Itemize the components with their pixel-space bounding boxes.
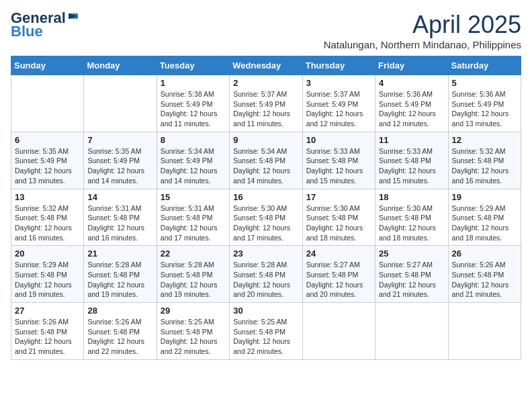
day-header-friday: Friday [375, 56, 448, 75]
calendar-cell: 5 Sunrise: 5:36 AMSunset: 5:49 PMDayligh… [448, 75, 521, 132]
calendar-cell: 14 Sunrise: 5:31 AMSunset: 5:48 PMDaylig… [84, 189, 157, 246]
day-info: Sunrise: 5:35 AMSunset: 5:49 PMDaylight:… [15, 146, 80, 186]
day-number: 1 [161, 78, 226, 88]
day-info: Sunrise: 5:32 AMSunset: 5:48 PMDaylight:… [15, 203, 80, 243]
day-number: 21 [87, 248, 152, 259]
calendar-table: SundayMondayTuesdayWednesdayThursdayFrid… [11, 56, 521, 360]
day-number: 9 [233, 135, 298, 145]
calendar-cell: 22 Sunrise: 5:28 AMSunset: 5:48 PMDaylig… [157, 246, 229, 303]
day-info: Sunrise: 5:30 AMSunset: 5:48 PMDaylight:… [379, 203, 444, 243]
day-header-saturday: Saturday [448, 56, 521, 75]
day-number: 24 [306, 248, 371, 259]
calendar-cell: 15 Sunrise: 5:31 AMSunset: 5:48 PMDaylig… [157, 189, 229, 246]
logo: General Blue [11, 11, 79, 39]
calendar-cell: 13 Sunrise: 5:32 AMSunset: 5:48 PMDaylig… [11, 189, 84, 246]
calendar-cell: 28 Sunrise: 5:26 AMSunset: 5:48 PMDaylig… [84, 303, 157, 360]
day-number: 10 [306, 135, 371, 145]
calendar-cell: 23 Sunrise: 5:28 AMSunset: 5:48 PMDaylig… [230, 246, 302, 303]
day-number: 5 [452, 78, 517, 88]
logo-blue: Blue [11, 24, 43, 39]
day-number: 23 [233, 248, 298, 259]
calendar-cell: 10 Sunrise: 5:33 AMSunset: 5:48 PMDaylig… [302, 132, 375, 189]
calendar-cell: 12 Sunrise: 5:32 AMSunset: 5:48 PMDaylig… [448, 132, 521, 189]
calendar-cell [375, 303, 448, 360]
logo-flag-icon [67, 12, 79, 24]
day-number: 2 [233, 78, 298, 88]
day-info: Sunrise: 5:33 AMSunset: 5:48 PMDaylight:… [306, 146, 371, 186]
day-header-wednesday: Wednesday [230, 56, 302, 75]
day-header-tuesday: Tuesday [157, 56, 229, 75]
calendar-cell: 30 Sunrise: 5:25 AMSunset: 5:48 PMDaylig… [230, 303, 302, 360]
calendar-week-row: 6 Sunrise: 5:35 AMSunset: 5:49 PMDayligh… [11, 132, 521, 189]
day-info: Sunrise: 5:25 AMSunset: 5:48 PMDaylight:… [161, 317, 226, 357]
day-info: Sunrise: 5:36 AMSunset: 5:49 PMDaylight:… [379, 89, 444, 129]
day-info: Sunrise: 5:28 AMSunset: 5:48 PMDaylight:… [87, 260, 152, 300]
day-info: Sunrise: 5:26 AMSunset: 5:48 PMDaylight:… [15, 317, 80, 357]
calendar-week-row: 20 Sunrise: 5:29 AMSunset: 5:48 PMDaylig… [11, 246, 521, 303]
day-number: 8 [161, 135, 226, 145]
calendar-week-row: 27 Sunrise: 5:26 AMSunset: 5:48 PMDaylig… [11, 303, 521, 360]
calendar-cell: 19 Sunrise: 5:29 AMSunset: 5:48 PMDaylig… [448, 189, 521, 246]
day-number: 18 [379, 192, 444, 202]
day-info: Sunrise: 5:27 AMSunset: 5:48 PMDaylight:… [306, 260, 371, 300]
calendar-cell: 9 Sunrise: 5:34 AMSunset: 5:48 PMDayligh… [230, 132, 302, 189]
day-info: Sunrise: 5:26 AMSunset: 5:48 PMDaylight:… [452, 260, 517, 300]
day-info: Sunrise: 5:35 AMSunset: 5:49 PMDaylight:… [87, 146, 152, 186]
day-info: Sunrise: 5:34 AMSunset: 5:48 PMDaylight:… [233, 146, 298, 186]
day-info: Sunrise: 5:29 AMSunset: 5:48 PMDaylight:… [452, 203, 517, 243]
day-info: Sunrise: 5:31 AMSunset: 5:48 PMDaylight:… [161, 203, 226, 243]
day-number: 3 [306, 78, 371, 88]
day-info: Sunrise: 5:26 AMSunset: 5:48 PMDaylight:… [87, 317, 152, 357]
day-number: 29 [161, 306, 226, 316]
calendar-header-row: SundayMondayTuesdayWednesdayThursdayFrid… [11, 56, 521, 75]
day-number: 28 [87, 306, 152, 316]
subtitle: Natalungan, Northern Mindanao, Philippin… [324, 39, 521, 50]
calendar-cell: 29 Sunrise: 5:25 AMSunset: 5:48 PMDaylig… [157, 303, 229, 360]
day-number: 15 [161, 192, 226, 202]
calendar-cell: 7 Sunrise: 5:35 AMSunset: 5:49 PMDayligh… [84, 132, 157, 189]
day-number: 13 [15, 192, 80, 202]
day-info: Sunrise: 5:37 AMSunset: 5:49 PMDaylight:… [306, 89, 371, 129]
day-header-sunday: Sunday [11, 56, 84, 75]
day-number: 25 [379, 248, 444, 259]
calendar-cell [302, 303, 375, 360]
calendar-cell: 6 Sunrise: 5:35 AMSunset: 5:49 PMDayligh… [11, 132, 84, 189]
day-info: Sunrise: 5:27 AMSunset: 5:48 PMDaylight:… [379, 260, 444, 300]
day-number: 20 [15, 248, 80, 259]
day-info: Sunrise: 5:34 AMSunset: 5:49 PMDaylight:… [161, 146, 226, 186]
calendar-cell [448, 303, 521, 360]
calendar-week-row: 13 Sunrise: 5:32 AMSunset: 5:48 PMDaylig… [11, 189, 521, 246]
day-number: 26 [452, 248, 517, 259]
day-info: Sunrise: 5:37 AMSunset: 5:49 PMDaylight:… [233, 89, 298, 129]
day-number: 16 [233, 192, 298, 202]
header: General Blue April 2025 Natalungan, Nort… [11, 11, 521, 50]
day-number: 30 [233, 306, 298, 316]
calendar-cell: 17 Sunrise: 5:30 AMSunset: 5:48 PMDaylig… [302, 189, 375, 246]
day-number: 27 [15, 306, 80, 316]
day-info: Sunrise: 5:31 AMSunset: 5:48 PMDaylight:… [87, 203, 152, 243]
day-info: Sunrise: 5:28 AMSunset: 5:48 PMDaylight:… [233, 260, 298, 300]
day-info: Sunrise: 5:33 AMSunset: 5:48 PMDaylight:… [379, 146, 444, 186]
day-info: Sunrise: 5:32 AMSunset: 5:48 PMDaylight:… [452, 146, 517, 186]
day-info: Sunrise: 5:30 AMSunset: 5:48 PMDaylight:… [306, 203, 371, 243]
calendar-cell: 18 Sunrise: 5:30 AMSunset: 5:48 PMDaylig… [375, 189, 448, 246]
day-info: Sunrise: 5:36 AMSunset: 5:49 PMDaylight:… [452, 89, 517, 129]
day-info: Sunrise: 5:25 AMSunset: 5:48 PMDaylight:… [233, 317, 298, 357]
calendar-cell: 21 Sunrise: 5:28 AMSunset: 5:48 PMDaylig… [84, 246, 157, 303]
calendar-cell: 11 Sunrise: 5:33 AMSunset: 5:48 PMDaylig… [375, 132, 448, 189]
calendar-cell: 16 Sunrise: 5:30 AMSunset: 5:48 PMDaylig… [230, 189, 302, 246]
calendar-cell [84, 75, 157, 132]
calendar-cell: 24 Sunrise: 5:27 AMSunset: 5:48 PMDaylig… [302, 246, 375, 303]
calendar-cell: 8 Sunrise: 5:34 AMSunset: 5:49 PMDayligh… [157, 132, 229, 189]
day-number: 19 [452, 192, 517, 202]
day-info: Sunrise: 5:38 AMSunset: 5:49 PMDaylight:… [161, 89, 226, 129]
day-number: 11 [379, 135, 444, 145]
day-header-monday: Monday [84, 56, 157, 75]
day-number: 14 [87, 192, 152, 202]
day-info: Sunrise: 5:30 AMSunset: 5:48 PMDaylight:… [233, 203, 298, 243]
day-number: 7 [87, 135, 152, 145]
calendar-week-row: 1 Sunrise: 5:38 AMSunset: 5:49 PMDayligh… [11, 75, 521, 132]
calendar-cell: 4 Sunrise: 5:36 AMSunset: 5:49 PMDayligh… [375, 75, 448, 132]
day-number: 6 [15, 135, 80, 145]
day-info: Sunrise: 5:29 AMSunset: 5:48 PMDaylight:… [15, 260, 80, 300]
